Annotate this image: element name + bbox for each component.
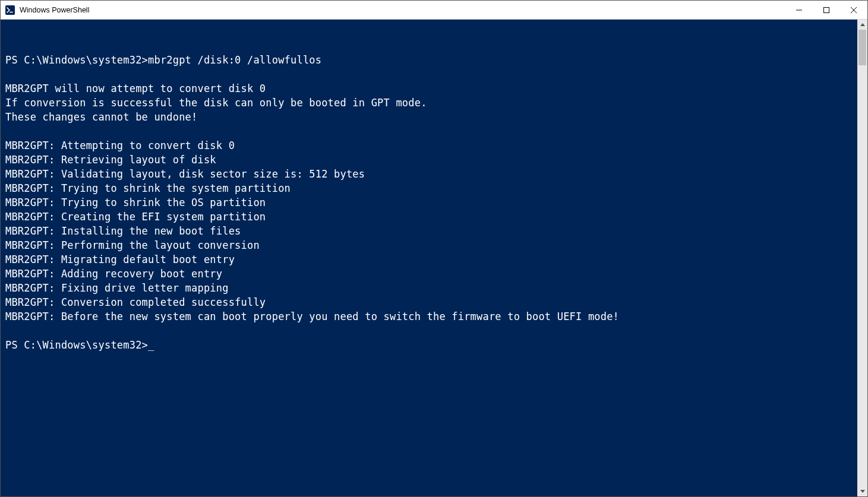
output-line: MBR2GPT: Installing the new boot files xyxy=(5,224,857,238)
output-line: MBR2GPT: Performing the layout conversio… xyxy=(5,238,857,252)
powershell-icon xyxy=(5,5,15,15)
output-line: MBR2GPT: Conversion completed successful… xyxy=(5,295,857,309)
cursor: _ xyxy=(148,338,154,352)
titlebar-left: Windows PowerShell xyxy=(1,5,89,15)
command-line: PS C:\Windows\system32>mbr2gpt /disk:0 /… xyxy=(5,53,857,67)
output-line: If conversion is successful the disk can… xyxy=(5,96,857,110)
scroll-down-arrow-icon[interactable] xyxy=(857,486,867,496)
prompt-line: PS C:\Windows\system32>_ xyxy=(5,338,857,352)
output-line xyxy=(5,324,857,338)
svg-rect-0 xyxy=(5,5,15,15)
scroll-up-arrow-icon[interactable] xyxy=(857,20,867,30)
window-controls xyxy=(785,1,867,19)
output-line xyxy=(5,67,857,81)
output-line: MBR2GPT: Fixing drive letter mapping xyxy=(5,281,857,295)
output-line: MBR2GPT: Migrating default boot entry xyxy=(5,252,857,267)
prompt-prefix: PS C:\Windows\system32> xyxy=(5,54,148,66)
output-line: MBR2GPT will now attempt to convert disk… xyxy=(5,81,857,96)
scroll-thumb[interactable] xyxy=(858,30,866,65)
terminal-output[interactable]: PS C:\Windows\system32>mbr2gpt /disk:0 /… xyxy=(1,20,857,496)
titlebar[interactable]: Windows PowerShell xyxy=(1,1,867,20)
output-line: MBR2GPT: Adding recovery boot entry xyxy=(5,267,857,281)
terminal-area: PS C:\Windows\system32>mbr2gpt /disk:0 /… xyxy=(1,20,867,496)
output-line: MBR2GPT: Trying to shrink the system par… xyxy=(5,181,857,195)
output-line: MBR2GPT: Retrieving layout of disk xyxy=(5,153,857,167)
svg-rect-3 xyxy=(824,7,829,12)
window-title: Windows PowerShell xyxy=(20,6,89,14)
minimize-button[interactable] xyxy=(785,1,813,19)
output-line: These changes cannot be undone! xyxy=(5,110,857,124)
output-line: MBR2GPT: Validating layout, disk sector … xyxy=(5,167,857,181)
output-line: MBR2GPT: Before the new system can boot … xyxy=(5,309,857,324)
maximize-button[interactable] xyxy=(813,1,840,19)
vertical-scrollbar[interactable] xyxy=(857,20,867,496)
output-line xyxy=(5,124,857,138)
output-line: MBR2GPT: Creating the EFI system partiti… xyxy=(5,210,857,224)
command-text: mbr2gpt /disk:0 /allowfullos xyxy=(148,54,321,66)
output-line: MBR2GPT: Trying to shrink the OS partiti… xyxy=(5,195,857,210)
powershell-window: Windows PowerShell PS C:\Windows\system3… xyxy=(0,0,868,497)
close-button[interactable] xyxy=(840,1,867,19)
prompt-prefix: PS C:\Windows\system32> xyxy=(5,339,148,351)
output-line: MBR2GPT: Attempting to convert disk 0 xyxy=(5,138,857,153)
